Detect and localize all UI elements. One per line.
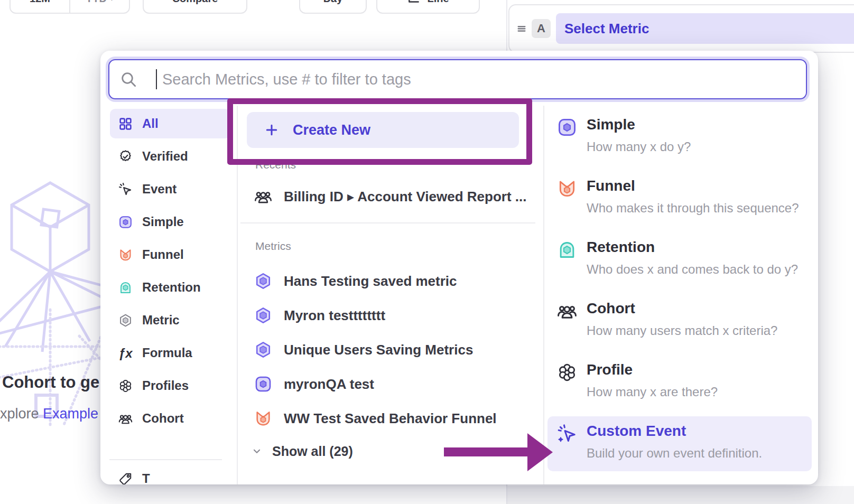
metric-type-funnel[interactable]: FunnelWho makes it through this sequence… xyxy=(547,171,812,226)
series-a-badge: A xyxy=(532,19,551,38)
metric-type-title: Profile xyxy=(587,361,633,378)
app-window: 12M YTD ▾ Compare Day Line A Select Metr… xyxy=(0,0,854,504)
sidebar-divider xyxy=(109,459,222,460)
sidebar-item-all[interactable]: All xyxy=(110,109,230,138)
sidebar-item-label: All xyxy=(142,116,159,131)
recents-section-label: Recents xyxy=(255,158,296,171)
metric-type-simple[interactable]: SimpleHow many x do y? xyxy=(547,110,812,165)
wireframe-illustration xyxy=(0,178,103,442)
sidebar-item-funnel[interactable]: Funnel xyxy=(110,240,230,269)
profiles-icon xyxy=(118,379,133,393)
metric-item-label: myronQA test xyxy=(284,376,374,393)
search-icon xyxy=(120,71,137,88)
metric-type-profile[interactable]: ProfileHow many x are there? xyxy=(547,355,812,410)
sidebar-item-simple[interactable]: Simple xyxy=(110,207,230,237)
funnel-icon xyxy=(557,179,577,199)
funnel-icon xyxy=(118,248,133,262)
range-ytd-button[interactable]: YTD ▾ xyxy=(69,0,129,13)
formula-icon: ƒx xyxy=(118,346,133,360)
show-all-label: Show all (29) xyxy=(272,444,353,459)
sidebar-item-label: Verified xyxy=(142,149,188,164)
line-chart-icon xyxy=(407,0,421,5)
metric-type-description: How many x do y? xyxy=(587,139,691,154)
sidebar-column-divider xyxy=(237,106,238,484)
metric-list-item[interactable]: Unique Users Saving Metrics xyxy=(247,334,541,365)
metric-type-description: How many users match x criteria? xyxy=(587,323,777,338)
metric-type-cohort[interactable]: CohortHow many users match x criteria? xyxy=(547,294,812,349)
metric-item-label: Myron testttttttt xyxy=(284,307,385,324)
metric-type-title: Retention xyxy=(587,239,655,256)
range-12m-button[interactable]: 12M xyxy=(11,0,69,13)
event-icon xyxy=(118,182,133,197)
types-column-divider xyxy=(543,106,544,484)
search-input[interactable] xyxy=(108,59,807,99)
empty-state-explore-line: xplore Example xyxy=(0,406,98,422)
metric-type-retention[interactable]: RetentionWho does x and comes back to do… xyxy=(547,232,812,287)
metric-item-label: WW Test Saved Behavior Funnel xyxy=(284,410,497,427)
metric-type-title: Funnel xyxy=(587,178,635,194)
recents-divider xyxy=(240,222,535,223)
saved-metric-icon xyxy=(254,272,272,290)
simple-icon xyxy=(118,215,133,229)
sidebar-item-event[interactable]: Event xyxy=(110,174,230,204)
range-ytd-label: YTD xyxy=(86,0,107,5)
explore-prefix: xplore xyxy=(0,406,43,422)
simple-icon xyxy=(557,117,577,137)
recent-item[interactable]: Billing ID ▸ Account Viewed Report ... xyxy=(247,181,541,212)
metric-row-card: A Select Metric xyxy=(508,4,854,53)
sidebar-item-verified[interactable]: Verified xyxy=(110,142,230,171)
drag-handle-icon[interactable] xyxy=(516,23,527,34)
sidebar-item-cutoff[interactable]: T xyxy=(110,464,230,484)
metric-type-custom-event[interactable]: Custom EventBuild your own event definit… xyxy=(547,416,812,471)
sidebar-item-label: Event xyxy=(142,182,177,197)
metric-type-title: Custom Event xyxy=(587,423,686,440)
sidebar-item-cohort[interactable]: Cohort xyxy=(110,404,230,433)
recent-item-label: Billing ID ▸ Account Viewed Report ... xyxy=(284,189,526,205)
metric-list-item[interactable]: Hans Testing saved metric xyxy=(247,266,541,296)
tag-icon xyxy=(118,472,133,485)
right-panel-background xyxy=(507,486,854,504)
metric-item-label: Hans Testing saved metric xyxy=(284,273,457,290)
saved-metric-icon xyxy=(254,306,272,324)
chevron-down-icon xyxy=(251,445,263,457)
verified-icon xyxy=(118,150,133,164)
simple-icon xyxy=(254,375,272,393)
funnel-icon xyxy=(254,409,272,427)
chart-type-line-button[interactable]: Line xyxy=(376,0,480,14)
sidebar-item-label: T xyxy=(142,471,150,484)
metric-type-description: How many x are there? xyxy=(587,385,718,399)
chevron-down-icon: ▾ xyxy=(110,0,114,3)
saved-metric-icon xyxy=(254,341,272,359)
sidebar-item-label: Cohort xyxy=(142,411,184,426)
example-reports-link[interactable]: Example xyxy=(43,406,98,422)
metrics-section-label: Metrics xyxy=(255,240,291,253)
metric-list-item[interactable]: Myron testttttttt xyxy=(247,300,541,331)
metric-list-item[interactable]: myronQA test xyxy=(247,369,541,399)
date-range-control: 12M YTD ▾ xyxy=(10,0,130,14)
custom-event-icon xyxy=(557,424,577,444)
sidebar-item-label: Metric xyxy=(142,313,180,328)
show-all-button[interactable]: Show all (29) xyxy=(247,438,448,464)
metric-list-item[interactable]: WW Test Saved Behavior Funnel xyxy=(247,403,541,434)
granularity-day-button[interactable]: Day xyxy=(299,0,367,14)
metric-icon xyxy=(118,313,133,328)
metric-item-label: Unique Users Saving Metrics xyxy=(284,342,473,358)
compare-button[interactable]: Compare xyxy=(143,0,247,14)
cohort-icon xyxy=(557,301,577,321)
search-field-wrap xyxy=(108,59,807,99)
metric-type-description: Who makes it through this sequence? xyxy=(587,201,799,216)
sidebar-item-label: Retention xyxy=(142,280,201,295)
sidebar-item-metric[interactable]: Metric xyxy=(110,305,230,335)
sidebar-item-retention[interactable]: Retention xyxy=(110,273,230,302)
retention-icon xyxy=(557,240,577,260)
sidebar-item-label: Simple xyxy=(142,214,184,229)
plus-icon xyxy=(264,123,279,137)
create-new-button[interactable]: Create New xyxy=(247,112,519,148)
select-metric-pill[interactable]: Select Metric xyxy=(556,13,854,44)
sidebar-item-profiles[interactable]: Profiles xyxy=(110,371,230,400)
sidebar-item-label: Funnel xyxy=(142,247,184,262)
retention-icon xyxy=(118,281,133,295)
grid-icon xyxy=(118,117,133,131)
sidebar-item-formula[interactable]: ƒxFormula xyxy=(110,338,230,368)
sidebar-item-label: Formula xyxy=(142,346,192,360)
